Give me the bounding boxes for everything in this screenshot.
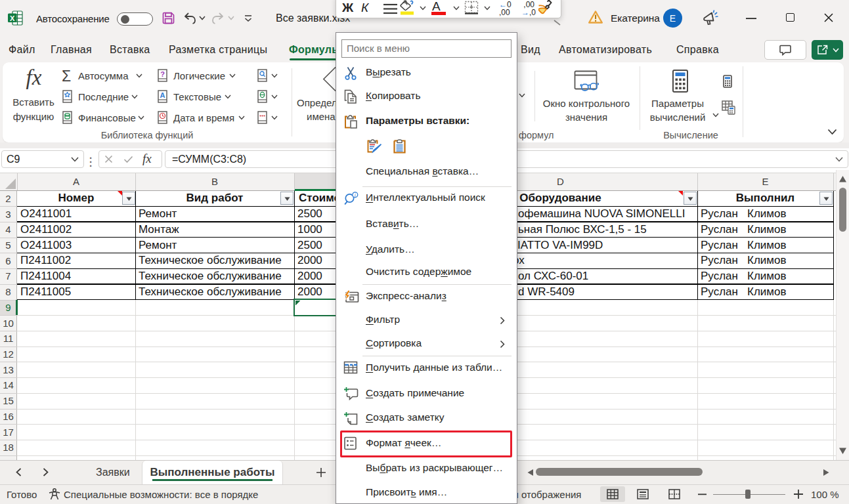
svg-text:A: A xyxy=(160,91,165,99)
svg-text:X: X xyxy=(10,14,15,22)
svg-text:?: ? xyxy=(160,70,165,78)
svg-text:i: i xyxy=(355,192,356,198)
